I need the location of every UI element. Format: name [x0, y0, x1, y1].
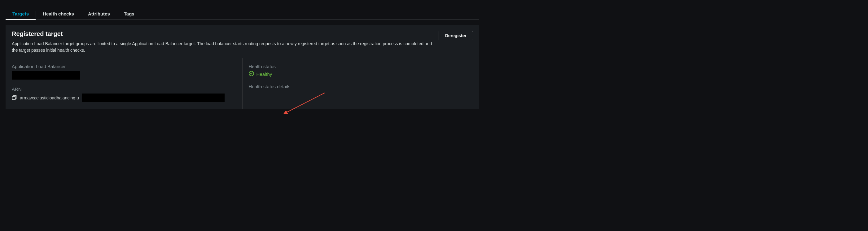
field-application-load-balancer: Application Load Balancer — [12, 64, 236, 79]
details-column-right: Health status Healthy Health status deta… — [243, 58, 479, 109]
copy-icon[interactable] — [12, 95, 17, 101]
registered-target-panel: Registered target Application Load Balan… — [6, 25, 479, 109]
arn-text-prefix: arn:aws:elasticloadbalancing:u — [20, 95, 79, 100]
tab-attributes[interactable]: Attributes — [81, 9, 117, 20]
health-status-label: Health status — [249, 64, 473, 69]
health-status-details-label: Health status details — [249, 84, 473, 89]
deregister-button[interactable]: Deregister — [439, 31, 473, 40]
content-wrapper: Targets Health checks Attributes Tags Re… — [6, 0, 479, 109]
arn-value-row: arn:aws:elasticloadbalancing:u — [12, 94, 236, 102]
svg-rect-0 — [12, 96, 16, 99]
tabs-container: Targets Health checks Attributes Tags — [6, 0, 479, 20]
panel-header: Registered target Application Load Balan… — [6, 25, 479, 58]
tab-health-checks[interactable]: Health checks — [36, 9, 81, 20]
arn-label: ARN — [12, 87, 236, 92]
field-arn: ARN arn:aws:elasticloadbalancing:u — [12, 87, 236, 102]
field-health-status: Health status Healthy — [249, 64, 473, 77]
panel-description: Application Load Balancer target groups … — [12, 40, 432, 54]
alb-redacted-value — [12, 71, 80, 79]
alb-value — [12, 71, 236, 79]
panel-title: Registered target — [12, 30, 432, 37]
tab-targets[interactable]: Targets — [6, 9, 36, 20]
field-health-status-details: Health status details — [249, 84, 473, 91]
health-status-value: Healthy — [256, 71, 272, 77]
panel-header-text: Registered target Application Load Balan… — [12, 30, 432, 54]
details-column-left: Application Load Balancer ARN — [6, 58, 243, 109]
tab-tags[interactable]: Tags — [117, 9, 141, 20]
health-status-value-row: Healthy — [249, 71, 473, 77]
alb-label: Application Load Balancer — [12, 64, 236, 69]
check-circle-icon — [249, 71, 254, 77]
details-grid: Application Load Balancer ARN — [6, 58, 479, 109]
arn-redacted-tail — [82, 94, 225, 102]
